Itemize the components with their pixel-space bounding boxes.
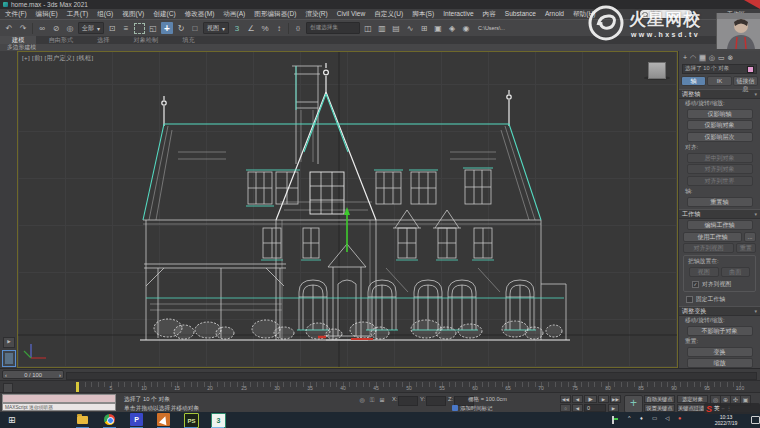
x-coord-field[interactable]	[398, 396, 418, 406]
go-to-start-button[interactable]: ◀◀	[560, 395, 571, 403]
go-to-end-button[interactable]: ▶▶	[610, 395, 621, 403]
frame-back-spinner[interactable]: ◀	[572, 404, 583, 412]
menu-item-civil-view[interactable]: Civil View	[337, 9, 365, 19]
place-surface-button[interactable]: 曲面	[721, 267, 751, 277]
align-to-view-checkbox[interactable]: ✓	[692, 281, 699, 288]
taskbar-app-p-icon[interactable]: P	[130, 413, 143, 426]
create-tab-icon[interactable]: +	[683, 54, 687, 62]
menu-item-rendering[interactable]: 渲染(R)	[305, 9, 327, 19]
set-key-button[interactable]: 设置关键点	[644, 404, 675, 412]
ribbon-panel-strip[interactable]: 多边形建模	[0, 44, 760, 51]
battery-icon[interactable]	[612, 417, 614, 423]
ime-mode-indicator[interactable]: 英	[714, 405, 720, 412]
taskbar-pointer-app-icon[interactable]	[157, 413, 170, 426]
search-input[interactable]: 搜索	[640, 10, 692, 18]
reference-coordinate-dropdown[interactable]: 视图 ▾	[203, 22, 229, 34]
next-key-button[interactable]: ▶	[598, 395, 609, 403]
affect-pivot-only-button[interactable]: 仅影响轴	[687, 109, 753, 119]
align-to-world-button[interactable]: 对齐到世界	[687, 176, 753, 186]
select-object-icon[interactable]: ⊡	[106, 22, 118, 34]
key-mode-button[interactable]: ○	[560, 404, 571, 412]
frame-forward-spinner[interactable]: ▶	[608, 404, 619, 412]
mic-icon[interactable]: ♦	[640, 415, 643, 421]
menu-item-interactive[interactable]: Interactive	[443, 9, 473, 19]
front-viewport[interactable]: [+] [前] [用户定义] [线框]	[17, 51, 678, 368]
align-to-object-button[interactable]: 对齐到对象	[687, 164, 753, 174]
object-color-swatch[interactable]	[747, 66, 754, 73]
next-frame-icon[interactable]: ›	[59, 372, 61, 378]
volume-icon[interactable]: ◁	[665, 415, 669, 421]
time-slider[interactable]: ‹ 0 / 100 ›	[0, 368, 760, 380]
select-by-name-icon[interactable]: ≡	[120, 22, 132, 34]
lock-working-pivot-checkbox[interactable]	[686, 296, 693, 303]
adjust-transform-rollout-header[interactable]: 调整变换 ▾	[679, 306, 760, 316]
taskbar-chrome-icon[interactable]	[103, 413, 116, 426]
render-setup-icon[interactable]: ▣	[432, 22, 444, 34]
schematic-view-icon[interactable]: ⊞	[418, 22, 430, 34]
menu-item-graph-editors[interactable]: 图形编辑器(D)	[254, 9, 296, 19]
affect-hierarchy-only-button[interactable]: 仅影响层次	[687, 132, 753, 142]
viewport-label[interactable]: [+] [前] [用户定义] [线框]	[22, 54, 94, 63]
rectangular-selection-region-icon[interactable]	[134, 23, 145, 34]
menu-item-customize[interactable]: 自定义(U)	[374, 9, 403, 19]
menu-item-arnold[interactable]: Arnold	[545, 9, 564, 19]
menu-item-content[interactable]: 内容	[483, 9, 496, 19]
menu-item-edit[interactable]: 编辑(E)	[36, 9, 58, 19]
bind-to-space-warp-icon[interactable]: ◎	[64, 22, 76, 34]
named-selection-sets-field[interactable]: 创建选择集	[306, 22, 360, 34]
time-tag[interactable]: 添加时间标记	[452, 405, 492, 412]
maxscript-macro-recorder[interactable]	[2, 394, 116, 403]
viewcube[interactable]	[644, 60, 670, 84]
isolate-selection-icon[interactable]: ◎	[358, 396, 366, 404]
align-to-view-button[interactable]: 对齐到视图	[683, 243, 734, 253]
working-pivot-options-button[interactable]: ...	[744, 232, 756, 242]
track-bar[interactable]: 5 10 15 20 25 30 35 40 45 50 55 60 65 70…	[0, 380, 760, 392]
menu-item-views[interactable]: 视图(V)	[122, 9, 144, 19]
previous-key-button[interactable]: ◀	[572, 395, 583, 403]
taskbar-explorer-icon[interactable]	[76, 413, 89, 426]
menu-item-group[interactable]: 组(G)	[97, 9, 113, 19]
undo-button[interactable]: ↶	[3, 22, 15, 34]
display-icon[interactable]: ▭	[652, 415, 657, 421]
prev-frame-icon[interactable]: ‹	[5, 372, 7, 378]
house-wireframe[interactable]	[18, 52, 677, 367]
redo-button[interactable]: ↷	[17, 22, 29, 34]
absolute-offset-toggle-icon[interactable]: ⊞	[378, 396, 386, 404]
ime-menu-icon[interactable]: ⋮	[727, 406, 732, 411]
start-button[interactable]: ⊞	[8, 414, 16, 426]
selection-filter-dropdown[interactable]: 全部 ▾	[78, 22, 104, 34]
time-slider-handle[interactable]: ‹ 0 / 100 ›	[2, 370, 64, 379]
reset-working-pivot-button[interactable]: 重置	[736, 243, 756, 253]
link-info-subtab[interactable]: 链接信息	[733, 76, 758, 86]
set-keys-button[interactable]: +	[624, 395, 643, 413]
window-crossing-icon[interactable]: ◱	[147, 22, 159, 34]
notification-center-icon[interactable]	[751, 416, 760, 424]
select-and-rotate-button[interactable]: ↻	[175, 22, 187, 34]
tray-chevron-icon[interactable]: ^	[628, 415, 631, 421]
select-and-scale-button[interactable]: □	[189, 22, 201, 34]
snap-toggle-icon[interactable]: 3	[231, 22, 243, 34]
render-button[interactable]: ◉	[460, 22, 472, 34]
selected-filter-dropdown[interactable]: 选定对象	[677, 395, 708, 403]
sogou-input-bar[interactable]: S 英 ◦◦ ⋮	[704, 403, 760, 414]
maxscript-mini-listener[interactable]: MAXScript 迷你侦听器	[2, 403, 116, 411]
place-view-button[interactable]: 视图	[689, 267, 719, 277]
mirror-icon[interactable]: ◫	[362, 22, 374, 34]
spinner-snap-icon[interactable]: ↕	[273, 22, 285, 34]
ime-tools-icon[interactable]: ◦◦	[722, 406, 725, 411]
display-tab-icon[interactable]: ▭	[718, 54, 725, 62]
menu-item-file[interactable]: 文件(F)	[5, 9, 27, 19]
y-coord-field[interactable]	[426, 396, 446, 406]
unlink-selection-icon[interactable]: ⊘	[50, 22, 62, 34]
motion-tab-icon[interactable]: ◎	[709, 54, 715, 62]
align-icon[interactable]: ▥	[376, 22, 388, 34]
affect-object-only-button[interactable]: 仅影响对象	[687, 120, 753, 130]
ik-subtab[interactable]: IK	[707, 76, 732, 86]
menu-item-modifiers[interactable]: 修改器(M)	[185, 9, 215, 19]
center-to-object-button[interactable]: 居中到对象	[687, 153, 753, 163]
menu-item-tools[interactable]: 工具(T)	[67, 9, 89, 19]
ribbon-tab-modeling[interactable]: 建模	[0, 36, 36, 44]
ribbon-tab-selection[interactable]: 选择	[85, 36, 121, 44]
modify-tab-icon[interactable]: ◠	[690, 54, 696, 62]
dont-affect-children-button[interactable]: 不影响子对象	[687, 326, 753, 336]
